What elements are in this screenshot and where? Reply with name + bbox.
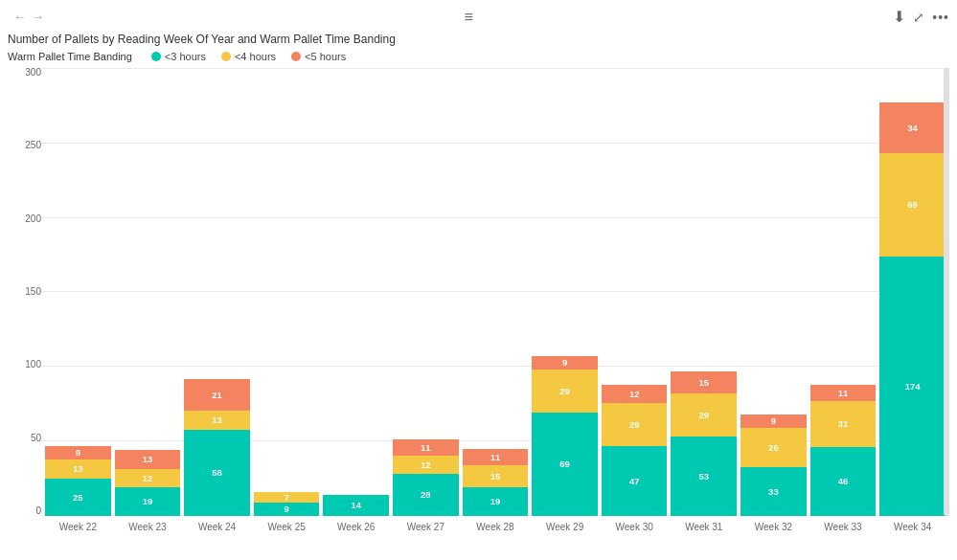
bar-teal-7: 69 — [532, 413, 598, 516]
bar-orange-label-8: 12 — [602, 390, 668, 399]
bar-teal-label-0: 25 — [45, 493, 111, 503]
y-label-300: 300 — [25, 68, 41, 78]
chart-plot: 2513919121358132197142812111915116929947… — [41, 68, 949, 537]
bar-teal-label-9: 53 — [671, 472, 737, 482]
bar-orange-11: 11 — [810, 385, 877, 401]
bar-yellow-6: 15 — [463, 465, 529, 487]
bar-yellow-label-3: 7 — [254, 493, 320, 503]
bar-teal-label-6: 19 — [463, 497, 529, 506]
bar-teal-label-1: 19 — [115, 497, 181, 506]
bar-group-week-27[interactable]: 281211 — [393, 68, 459, 516]
chart-container: ← → ≡ ⬇ ⤢ ••• Number of Pallets by Readi… — [0, 0, 957, 560]
bar-orange-10: 9 — [741, 414, 807, 428]
bar-orange-5: 11 — [393, 439, 459, 456]
bar-yellow-label-11: 31 — [810, 419, 877, 429]
bar-yellow-label-10: 26 — [741, 443, 807, 453]
expand-icon[interactable]: ⤢ — [913, 10, 924, 25]
chart-title: Number of Pallets by Reading Week Of Yea… — [8, 33, 396, 46]
bar-orange-label-5: 11 — [393, 443, 459, 453]
x-label-week-24: Week 24 — [184, 516, 250, 537]
bar-orange-1: 13 — [115, 450, 181, 469]
bar-group-week-31[interactable]: 532915 — [671, 68, 737, 516]
top-icons: ⬇ ⤢ ••• — [893, 8, 949, 26]
bar-teal-10: 33 — [741, 467, 807, 516]
bar-yellow-9: 29 — [671, 393, 737, 437]
bar-group-week-26[interactable]: 14 — [323, 68, 389, 516]
y-label-150: 150 — [25, 287, 41, 297]
forward-icon[interactable]: → — [32, 10, 44, 24]
bar-orange-label-10: 9 — [741, 416, 807, 426]
bar-yellow-label-2: 13 — [184, 415, 250, 425]
bar-yellow-label-0: 13 — [45, 464, 111, 474]
bar-yellow-10: 26 — [741, 428, 807, 467]
bar-teal-9: 53 — [671, 437, 737, 516]
x-label-week-34: Week 34 — [879, 516, 946, 537]
bar-group-week-22[interactable]: 25139 — [45, 68, 111, 516]
bar-yellow-11: 31 — [810, 401, 877, 447]
bar-orange-7: 9 — [532, 356, 598, 370]
x-label-week-30: Week 30 — [602, 516, 668, 537]
bar-group-week-29[interactable]: 69299 — [532, 68, 598, 516]
legend-item-yellow: <4 hours — [221, 51, 276, 62]
bar-group-week-25[interactable]: 97 — [254, 68, 320, 516]
bar-teal-5: 28 — [393, 474, 459, 516]
download-icon[interactable]: ⬇ — [893, 8, 905, 26]
bar-teal-label-8: 47 — [602, 477, 668, 486]
legend-item-orange: <5 hours — [291, 51, 346, 62]
x-labels: Week 22Week 23Week 24Week 25Week 26Week … — [41, 516, 949, 537]
bar-yellow-label-5: 12 — [393, 460, 459, 470]
bar-yellow-7: 29 — [532, 370, 598, 413]
bar-teal-3: 9 — [254, 503, 320, 516]
x-label-week-31: Week 31 — [671, 516, 737, 537]
bar-group-week-33[interactable]: 463111 — [810, 68, 877, 516]
bar-orange-label-1: 13 — [115, 455, 181, 464]
bar-yellow-label-7: 29 — [532, 387, 598, 396]
x-label-week-29: Week 29 — [532, 516, 598, 537]
bar-group-week-28[interactable]: 191511 — [463, 68, 529, 516]
legend: Warm Pallet Time Banding <3 hours <4 hou… — [8, 51, 949, 62]
bar-yellow-2: 13 — [184, 411, 250, 430]
bar-group-week-23[interactable]: 191213 — [115, 68, 181, 516]
top-bar: ← → ≡ ⬇ ⤢ ••• — [8, 8, 949, 26]
y-label-250: 250 — [25, 141, 41, 150]
bar-teal-label-4: 14 — [323, 501, 389, 510]
legend-label-orange: <5 hours — [305, 51, 346, 62]
scrollbar[interactable] — [944, 68, 949, 516]
x-label-week-26: Week 26 — [323, 516, 389, 537]
bar-teal-8: 47 — [602, 446, 668, 516]
y-label-50: 50 — [31, 434, 41, 443]
bar-group-week-32[interactable]: 33269 — [741, 68, 807, 516]
chart-area: 300 250 200 150 100 50 0 251391912 — [8, 68, 949, 537]
bar-teal-4: 14 — [323, 495, 389, 516]
bar-orange-12: 34 — [879, 102, 946, 153]
bar-group-week-34[interactable]: 1746934 — [879, 68, 946, 516]
bar-yellow-3: 7 — [254, 492, 320, 503]
bar-teal-0: 25 — [45, 479, 111, 516]
x-label-week-25: Week 25 — [254, 516, 320, 537]
back-icon[interactable]: ← — [13, 10, 26, 24]
bar-yellow-12: 69 — [879, 153, 946, 257]
bar-yellow-5: 12 — [393, 456, 459, 474]
legend-label-teal: <3 hours — [165, 51, 206, 62]
legend-label-yellow: <4 hours — [235, 51, 276, 62]
bar-teal-label-2: 58 — [184, 468, 250, 478]
x-label-week-33: Week 33 — [810, 516, 877, 537]
bar-teal-12: 174 — [879, 257, 946, 516]
bar-yellow-0: 13 — [45, 459, 111, 479]
bar-yellow-label-8: 29 — [602, 420, 668, 430]
hamburger-icon[interactable]: ≡ — [464, 9, 472, 26]
bar-group-week-30[interactable]: 472912 — [602, 68, 668, 516]
x-label-week-22: Week 22 — [45, 516, 111, 537]
bar-teal-label-5: 28 — [393, 490, 459, 500]
bar-teal-1: 19 — [115, 487, 181, 516]
bar-yellow-1: 12 — [115, 469, 181, 487]
bar-teal-label-7: 69 — [532, 459, 598, 469]
bar-orange-label-7: 9 — [532, 358, 598, 368]
bar-teal-6: 19 — [463, 487, 529, 516]
bar-yellow-8: 29 — [602, 403, 668, 446]
bar-teal-11: 46 — [810, 447, 877, 516]
more-icon[interactable]: ••• — [932, 10, 949, 25]
bar-teal-label-3: 9 — [254, 504, 320, 514]
bar-orange-label-6: 11 — [463, 453, 529, 462]
bar-group-week-24[interactable]: 581321 — [184, 68, 250, 516]
